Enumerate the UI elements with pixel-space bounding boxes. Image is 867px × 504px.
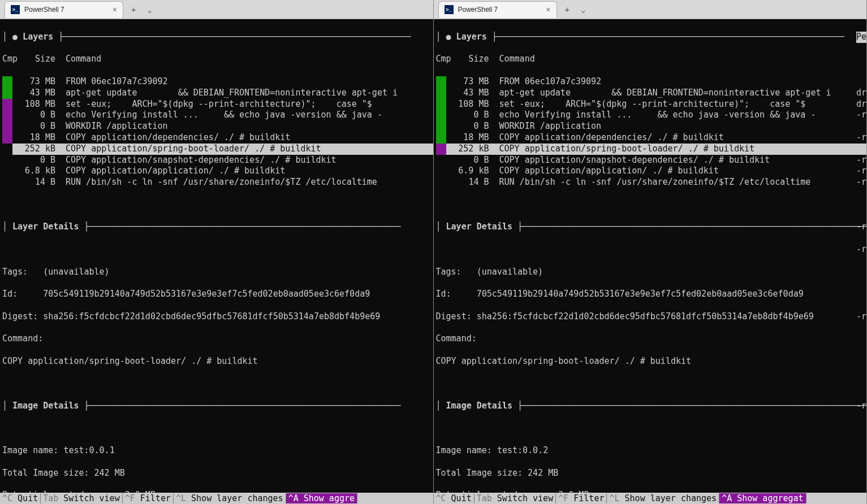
cmp-indicator [436, 166, 446, 177]
status-filter[interactable]: ^F Filter [556, 493, 607, 503]
status-show-aggre[interactable]: ^A Show aggre [286, 493, 357, 503]
layer-row[interactable]: 18 MBCOPY application/dependencies/ ./ #… [436, 132, 867, 144]
cmp-indicator [436, 144, 446, 155]
cmp-indicator [2, 166, 12, 177]
layer-row[interactable]: 6.8 kBCOPY application/application/ ./ #… [2, 166, 433, 177]
powershell-icon: >_ [11, 5, 20, 14]
cmp-indicator [2, 99, 12, 110]
cmp-indicator [436, 88, 446, 99]
window-right: >_ PowerShell 7 × + ⌄ │ ● Layers ├──────… [434, 0, 868, 504]
cmp-indicator [2, 88, 12, 99]
windows-container: >_ PowerShell 7 × + ⌄ │ ● Layers ├──────… [0, 0, 867, 504]
new-tab-button[interactable]: + [128, 5, 139, 14]
layer-row[interactable]: 73 MBFROM 06ec107a7c39092 [436, 76, 867, 88]
layer-row[interactable]: 43 MBapt-get update && DEBIAN_FRONTEND=n… [436, 88, 867, 99]
powershell-icon: >_ [445, 5, 454, 14]
layer-row[interactable]: 43 MBapt-get update && DEBIAN_FRONTEND=n… [2, 88, 433, 99]
layer-row[interactable]: 0 Becho Verifying install ... && echo ja… [436, 110, 867, 121]
tab-powershell[interactable]: >_ PowerShell 7 × [438, 1, 557, 18]
layer-row[interactable]: 73 MBFROM 06ec107a7c39092 [2, 76, 433, 88]
tab-close-icon[interactable]: × [546, 5, 550, 14]
status-filter[interactable]: ^F Filter [123, 493, 174, 503]
titlebar: >_ PowerShell 7 × + ⌄ [434, 0, 867, 19]
tab-dropdown-button[interactable]: ⌄ [577, 5, 589, 14]
status-switch-view[interactable]: Tab Switch view [41, 493, 122, 503]
terminal-right[interactable]: │ ● Layers ├────────────────────────────… [434, 19, 867, 493]
layer-row[interactable]: 14 BRUN /bin/sh -c ln -snf /usr/share/zo… [436, 177, 867, 188]
terminal-left[interactable]: │ ● Layers ├────────────────────────────… [0, 19, 433, 493]
tab-title: PowerShell 7 [24, 6, 64, 14]
layer-row[interactable]: 0 BWORKDIR /application [2, 121, 433, 132]
layer-row[interactable]: 6.9 kBCOPY application/application/ ./ #… [436, 166, 867, 177]
cmp-indicator [2, 144, 12, 155]
layer-row[interactable]: 14 BRUN /bin/sh -c ln -snf /usr/share/zo… [2, 177, 433, 188]
cmp-indicator [436, 121, 446, 132]
cmp-indicator [2, 177, 12, 188]
status-show-aggre[interactable]: ^A Show aggregat [719, 493, 806, 503]
tab-powershell[interactable]: >_ PowerShell 7 × [5, 1, 123, 18]
layer-row[interactable]: 0 Becho Verifying install ... && echo ja… [2, 110, 433, 121]
cmp-indicator [2, 132, 12, 144]
cmp-indicator [2, 155, 12, 166]
new-tab-button[interactable]: + [562, 5, 573, 14]
status-switch-view[interactable]: Tab Switch view [475, 493, 556, 503]
window-left: >_ PowerShell 7 × + ⌄ │ ● Layers ├──────… [0, 0, 434, 504]
tab-title: PowerShell 7 [458, 6, 498, 14]
layer-row[interactable]: 0 BCOPY application/snapshot-dependencie… [2, 155, 433, 166]
cmp-indicator [2, 121, 12, 132]
status-quit[interactable]: ^C Quit [0, 493, 41, 503]
layer-row[interactable]: 18 MBCOPY application/dependencies/ ./ #… [2, 132, 433, 144]
tab-close-icon[interactable]: × [113, 5, 117, 14]
cmp-indicator [2, 110, 12, 121]
titlebar: >_ PowerShell 7 × + ⌄ [0, 0, 433, 19]
layer-row[interactable]: 0 BCOPY application/snapshot-dependencie… [436, 155, 867, 166]
cmp-indicator [436, 99, 446, 110]
cmp-indicator [436, 110, 446, 121]
statusbar: ^C QuitTab Switch view^F Filter^L Show l… [0, 493, 433, 504]
cmp-indicator [436, 76, 446, 88]
statusbar: ^C QuitTab Switch view^F Filter^L Show l… [434, 493, 867, 504]
status-quit[interactable]: ^C Quit [434, 493, 475, 503]
cmp-indicator [436, 155, 446, 166]
layer-row[interactable]: 252 kBCOPY application/spring-boot-loade… [436, 144, 867, 155]
status-show-layer-changes[interactable]: ^L Show layer changes [607, 493, 719, 503]
cmp-indicator [2, 76, 12, 88]
cmp-indicator [436, 132, 446, 144]
status-show-layer-changes[interactable]: ^L Show layer changes [174, 493, 286, 503]
layer-row[interactable]: 108 MBset -eux; ARCH="$(dpkg --print-arc… [2, 99, 433, 110]
layer-row[interactable]: 0 BWORKDIR /application [436, 121, 867, 132]
layer-row[interactable]: 252 kBCOPY application/spring-boot-loade… [2, 144, 433, 155]
cmp-indicator [436, 177, 446, 188]
tab-dropdown-button[interactable]: ⌄ [144, 5, 155, 14]
layer-row[interactable]: 108 MBset -eux; ARCH="$(dpkg --print-arc… [436, 99, 867, 110]
